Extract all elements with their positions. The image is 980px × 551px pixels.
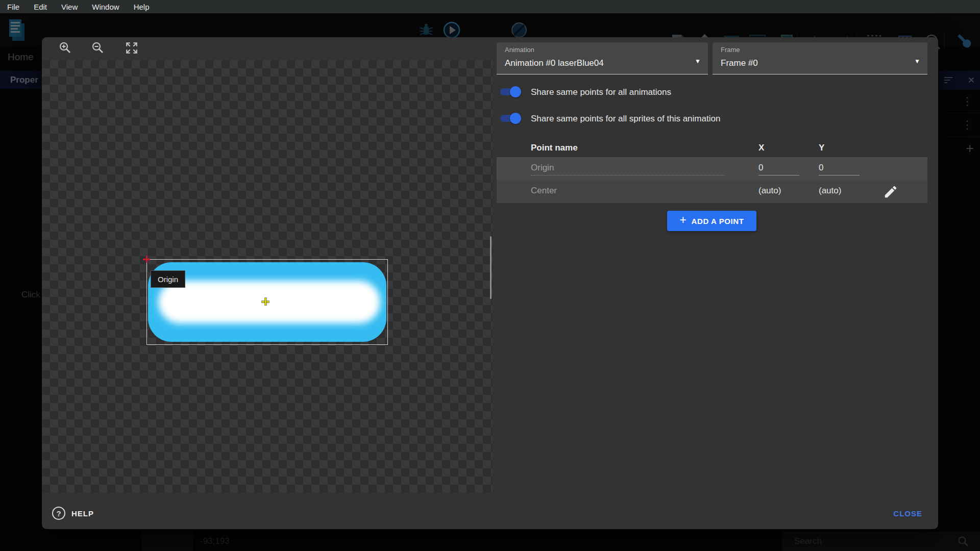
point-name-header: Point name — [531, 143, 578, 153]
animation-select[interactable]: Animation Animation #0 laserBlue04 ▼ — [497, 42, 708, 74]
chevron-down-icon: ▼ — [914, 58, 920, 65]
plus-icon: + — [679, 213, 687, 227]
edit-points-dialog: Origin Animation Animation #0 laserBlue0… — [42, 37, 938, 529]
fit-to-screen-icon[interactable] — [125, 41, 138, 55]
frame-select-value: Frame #0 — [721, 58, 758, 68]
help-button[interactable]: ? HELP — [52, 507, 94, 520]
menu-file[interactable]: File — [0, 0, 27, 13]
menu-window[interactable]: Window — [85, 0, 126, 13]
help-label: HELP — [71, 509, 94, 518]
zoom-in-icon[interactable] — [59, 41, 72, 55]
zoom-out-icon[interactable] — [91, 41, 105, 55]
toggle-label: Share same points for all animations — [531, 87, 671, 97]
menu-edit[interactable]: Edit — [27, 0, 54, 13]
sprite-canvas[interactable]: Origin — [42, 60, 493, 493]
point-y-field[interactable]: 0 — [819, 163, 860, 176]
menu-view[interactable]: View — [54, 0, 85, 13]
point-x-field[interactable]: 0 — [758, 163, 799, 176]
chevron-down-icon: ▼ — [695, 58, 701, 65]
point-name-label: Center — [531, 186, 725, 198]
close-button[interactable]: CLOSE — [893, 509, 922, 518]
edit-pencil-icon[interactable] — [883, 184, 898, 199]
add-a-point-button[interactable]: + ADD A POINT — [667, 211, 756, 231]
x-header: X — [758, 143, 764, 153]
question-glyph: ? — [56, 509, 61, 518]
table-row-origin: Origin 0 0 — [497, 157, 927, 180]
add-a-point-label: ADD A POINT — [692, 217, 744, 226]
point-name-field[interactable]: Origin — [531, 163, 725, 176]
toggle-thumb — [510, 86, 521, 97]
canvas-scrollbar[interactable] — [490, 236, 492, 299]
menu-help[interactable]: Help — [127, 0, 157, 13]
help-icon: ? — [52, 507, 65, 520]
laser-core-glow — [158, 281, 380, 323]
origin-point-marker[interactable] — [143, 256, 150, 263]
frame-select-label: Frame — [721, 46, 740, 54]
frame-select[interactable]: Frame Frame #0 ▼ — [713, 42, 927, 74]
share-points-all-sprites-toggle[interactable] — [500, 115, 520, 122]
point-y-value: (auto) — [819, 186, 860, 198]
toggle-label: Share same points for all sprites of thi… — [531, 114, 720, 124]
table-row-center: Center (auto) (auto) — [497, 180, 927, 203]
center-point-marker[interactable] — [262, 298, 269, 305]
animation-select-label: Animation — [505, 46, 534, 54]
point-x-value: (auto) — [758, 186, 799, 198]
menu-bar: File Edit View Window Help — [0, 0, 980, 13]
animation-select-value: Animation #0 laserBlue04 — [505, 58, 604, 68]
origin-point-tooltip: Origin — [151, 270, 185, 288]
share-points-all-animations-toggle[interactable] — [500, 88, 520, 95]
toggle-thumb — [510, 113, 521, 124]
y-header: Y — [819, 143, 824, 153]
